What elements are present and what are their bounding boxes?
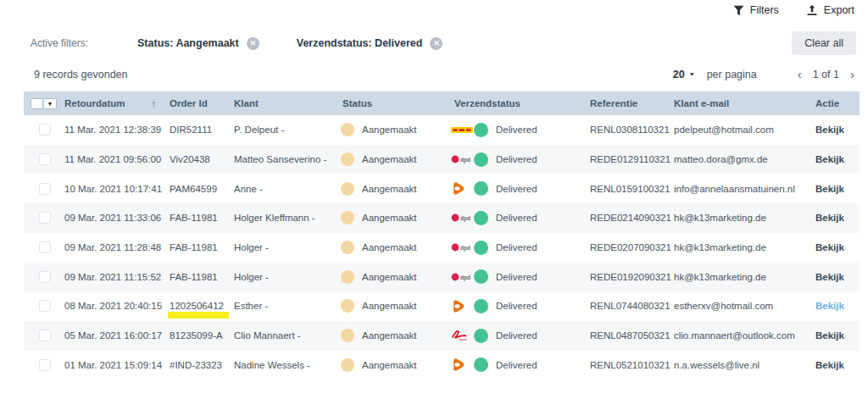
bekijk-link[interactable]: Bekijk [814, 184, 860, 194]
retourdatum-cell: 09 Mar. 2021 11:28:48 [61, 242, 166, 252]
bekijk-link[interactable]: Bekijk [814, 301, 860, 311]
column-header-verzendstatus[interactable]: Verzendstatus [451, 98, 585, 108]
postnl-icon [451, 299, 474, 313]
klant-email-cell: hk@k13marketing.de [670, 242, 814, 252]
bekijk-link[interactable]: Bekijk [814, 330, 860, 341]
sort-asc-icon[interactable]: ↑ [152, 98, 157, 108]
row-checkbox[interactable] [39, 330, 51, 341]
verzendstatus-label: Delivered [496, 125, 537, 135]
delivered-dot [474, 152, 488, 167]
next-page-button[interactable]: › [850, 68, 854, 80]
klant-cell: Anne - [231, 184, 339, 194]
row-checkbox[interactable] [39, 153, 51, 165]
bekijk-link[interactable]: Bekijk [814, 154, 860, 164]
delivered-dot [474, 123, 488, 137]
dpd-icon: dpd [451, 242, 474, 252]
page-info: 1 of 1 [813, 69, 839, 80]
status-cell: Aangemaakt [339, 182, 451, 196]
filter-chip-verzendstatus: Verzendstatus: Delivered ✕ [297, 37, 443, 50]
verzendstatus-cell: Delivered [451, 299, 585, 313]
filter-chip-status: Status: Aangemaakt ✕ [137, 37, 259, 50]
table-row: 01 Mar. 2021 15:09:14 #IND-23323 Nadine … [24, 351, 860, 380]
order-id: FAB-11981 [170, 213, 218, 223]
column-header-actie: Actie [814, 98, 860, 108]
delivered-dot [474, 269, 488, 284]
referentie-cell: RENL0521010321 [585, 360, 670, 370]
status-created-dot [341, 182, 354, 196]
row-checkbox[interactable] [39, 271, 51, 283]
bekijk-link[interactable]: Bekijk [814, 360, 860, 370]
retourdatum-cell: 01 Mar. 2021 15:09:14 [61, 360, 166, 370]
row-checkbox[interactable] [39, 359, 51, 371]
dpd-icon: dpd [451, 213, 474, 223]
klant-email-cell: clio.mannaert@outlook.com [670, 330, 814, 341]
export-upload-icon [806, 4, 818, 16]
column-header-status[interactable]: Status [339, 98, 451, 108]
clear-all-button[interactable]: Clear all [792, 31, 856, 55]
verzendstatus-cell: bpost Delivered [451, 329, 585, 343]
row-checkbox-cell [24, 212, 61, 224]
row-checkbox-cell [24, 300, 61, 312]
filters-button[interactable]: Filters [733, 4, 779, 16]
table-row: 09 Mar. 2021 11:33:06 FAB-11981 Holger K… [24, 203, 860, 233]
status-label: Aangemaakt [362, 184, 417, 194]
verzendstatus-cell: Delivered [451, 123, 585, 137]
table-row: 11 Mar. 2021 12:38:39 DIR52111 P. Delpeu… [24, 115, 860, 145]
row-checkbox[interactable] [39, 212, 51, 224]
remove-filter-icon[interactable]: ✕ [430, 37, 442, 50]
status-created-dot [341, 123, 354, 136]
order-id-cell: #IND-23323 [166, 360, 231, 370]
referentie-cell: REDE0214090321 [585, 213, 670, 223]
row-checkbox-cell [24, 124, 61, 136]
row-checkbox[interactable] [39, 124, 51, 136]
prev-page-button[interactable]: ‹ [798, 68, 802, 80]
column-header-referentie[interactable]: Referentie [585, 98, 670, 108]
klant-cell: Holger - [231, 242, 339, 252]
status-label: Aangemaakt [362, 154, 417, 164]
row-checkbox[interactable] [39, 300, 51, 312]
bekijk-link[interactable]: Bekijk [814, 125, 860, 135]
returns-table: ▼ Retourdatum ↑ Order Id Klant Status Ve… [24, 91, 860, 380]
status-created-dot [341, 241, 354, 254]
status-created-dot [341, 358, 354, 372]
filter-chips: Status: Aangemaakt ✕ Verzendstatus: Deli… [137, 37, 442, 50]
remove-filter-icon[interactable]: ✕ [247, 37, 259, 50]
order-id: #IND-23323 [170, 360, 222, 370]
column-header-retourdatum[interactable]: Retourdatum ↑ [61, 98, 166, 108]
per-page-label: per pagina [707, 69, 757, 80]
table-row: 09 Mar. 2021 11:15:52 FAB-11981 Holger -… [24, 262, 860, 291]
klant-email-cell: hk@k13marketing.de [670, 272, 814, 282]
page-size-select[interactable]: 20 ▼ [673, 69, 695, 80]
bekijk-link[interactable]: Bekijk [814, 213, 860, 223]
bekijk-link[interactable]: Bekijk [814, 242, 860, 252]
export-button[interactable]: Export [806, 4, 854, 16]
table-row: 10 Mar. 2021 10:17:41 PAM64599 Anne - Aa… [24, 174, 860, 203]
row-checkbox[interactable] [39, 241, 51, 253]
verzendstatus-label: Delivered [496, 154, 537, 164]
pagination: 20 ▼ per pagina ‹ 1 of 1 › [673, 68, 854, 80]
status-created-dot [341, 152, 354, 166]
select-all-dropdown[interactable]: ▼ [44, 98, 57, 109]
row-checkbox[interactable] [39, 183, 51, 195]
order-id-cell: FAB-11981 [166, 242, 231, 252]
bekijk-link[interactable]: Bekijk [814, 272, 860, 282]
order-id: 81235099-A [170, 330, 223, 341]
status-cell: Aangemaakt [339, 211, 451, 224]
verzendstatus-cell: dpd Delivered [451, 211, 585, 225]
select-all-checkbox[interactable] [31, 98, 43, 109]
funnel-icon [733, 5, 744, 16]
column-header-klant-email[interactable]: Klant e-mail [670, 98, 814, 108]
retourdatum-cell: 10 Mar. 2021 10:17:41 [61, 184, 166, 194]
klant-email-cell: hk@k13marketing.de [670, 213, 814, 223]
klant-email-cell: pdelpeut@hotmail.com [670, 125, 814, 135]
verzendstatus-label: Delivered [496, 184, 537, 194]
verzendstatus-label: Delivered [496, 330, 537, 341]
delivered-dot [474, 329, 488, 343]
table-row: 08 Mar. 2021 20:40:15 1202506412 Esther … [24, 291, 860, 321]
verzendstatus-label: Delivered [496, 360, 537, 370]
order-id: FAB-11981 [170, 272, 218, 282]
column-header-order-id[interactable]: Order Id [166, 98, 231, 108]
order-id: DIR52111 [170, 125, 212, 135]
svg-text:dpd: dpd [460, 274, 470, 280]
column-header-klant[interactable]: Klant [231, 98, 339, 108]
